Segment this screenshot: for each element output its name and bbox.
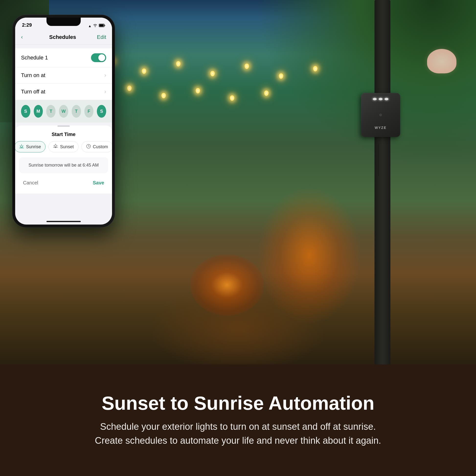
chevron-right-icon: › bbox=[104, 72, 106, 79]
wyze-device: WYZE bbox=[361, 93, 405, 147]
svg-line-6 bbox=[23, 146, 23, 146]
string-light bbox=[230, 95, 234, 101]
custom-option-icon bbox=[86, 144, 91, 150]
save-button[interactable]: Save bbox=[93, 180, 104, 186]
string-light bbox=[176, 61, 181, 67]
sunrise-option-label: Sunrise bbox=[26, 144, 41, 150]
toggle-knob bbox=[98, 54, 105, 61]
fire-glow bbox=[190, 255, 264, 316]
bottom-subtext-line2: Create schedules to automate your life a… bbox=[95, 435, 381, 446]
chevron-right-icon: › bbox=[104, 88, 106, 95]
phone-outer: 2:29 ▲ bbox=[12, 15, 115, 227]
sunrise-info: Sunrise tomorrow will be at 6:45 AM bbox=[19, 157, 108, 173]
turn-off-label: Turn off at bbox=[21, 88, 45, 95]
svg-rect-1 bbox=[99, 24, 104, 27]
pole bbox=[374, 0, 391, 364]
day-wednesday[interactable]: W bbox=[59, 105, 68, 118]
sunset-option-icon bbox=[53, 144, 58, 150]
toggle-switch[interactable] bbox=[91, 53, 106, 62]
cancel-button[interactable]: Cancel bbox=[23, 180, 38, 186]
phone-screen: 2:29 ▲ bbox=[15, 17, 112, 224]
wyze-led bbox=[385, 98, 389, 100]
status-time: 2:29 bbox=[22, 22, 32, 28]
photo-section: WYZE 2:29 ▲ bbox=[0, 0, 476, 364]
time-option-custom[interactable]: Custom bbox=[82, 141, 112, 153]
battery-icon bbox=[99, 24, 105, 28]
bottom-section: Sunset to Sunrise Automation Schedule yo… bbox=[0, 364, 476, 476]
wyze-leds bbox=[373, 98, 389, 100]
custom-option-label: Custom bbox=[93, 144, 108, 150]
sunrise-option-icon bbox=[19, 144, 24, 150]
svg-rect-2 bbox=[104, 25, 105, 26]
home-indicator bbox=[47, 221, 81, 222]
day-saturday[interactable]: S bbox=[97, 105, 106, 118]
days-row: S M T W T F S bbox=[15, 100, 112, 122]
string-light bbox=[142, 68, 146, 74]
bottom-sheet-title: Start Time bbox=[15, 130, 112, 141]
status-icons: ▲ bbox=[88, 24, 105, 28]
sunset-option-label: Sunset bbox=[60, 144, 74, 150]
string-light bbox=[279, 73, 283, 79]
nav-title: Schedules bbox=[28, 34, 97, 40]
string-light bbox=[127, 85, 132, 91]
wyze-cord bbox=[378, 144, 380, 176]
string-light bbox=[245, 64, 249, 69]
time-option-sunrise[interactable]: Sunrise bbox=[15, 141, 46, 153]
time-option-sunset[interactable]: Sunset bbox=[49, 141, 78, 153]
sunrise-info-text: Sunrise tomorrow will be at 6:45 AM bbox=[28, 163, 99, 168]
day-monday[interactable]: M bbox=[34, 105, 43, 118]
nav-edit-button[interactable]: Edit bbox=[97, 34, 106, 40]
string-light bbox=[196, 88, 200, 93]
turn-on-label: Turn on at bbox=[21, 72, 45, 79]
bottom-headline: Sunset to Sunrise Automation bbox=[102, 393, 374, 414]
day-sunday[interactable]: S bbox=[21, 105, 30, 118]
wyze-led bbox=[373, 98, 377, 100]
flower-decoration bbox=[427, 49, 457, 73]
string-light bbox=[161, 93, 166, 98]
bottom-sheet: Start Time bbox=[15, 125, 112, 193]
schedule-row: Schedule 1 bbox=[15, 49, 112, 67]
svg-point-8 bbox=[54, 145, 56, 147]
bottom-subtext-line1: Schedule your exterior lights to turn on… bbox=[100, 422, 376, 432]
turn-off-row[interactable]: Turn off at › bbox=[15, 84, 112, 100]
phone-wrapper: 2:29 ▲ bbox=[12, 15, 115, 227]
day-thursday[interactable]: T bbox=[72, 105, 81, 118]
string-light bbox=[210, 71, 215, 76]
nav-back-button[interactable]: ‹ bbox=[21, 34, 28, 40]
turn-on-row[interactable]: Turn on at › bbox=[15, 67, 112, 84]
nav-bar: ‹ Schedules Edit bbox=[15, 30, 112, 45]
bottom-sheet-handle bbox=[57, 125, 70, 127]
day-tuesday[interactable]: T bbox=[46, 105, 55, 118]
wifi-icon bbox=[93, 24, 97, 28]
schedule-label: Schedule 1 bbox=[21, 54, 48, 61]
wyze-brand-label: WYZE bbox=[375, 126, 387, 130]
wyze-led bbox=[379, 98, 383, 100]
signal-icon: ▲ bbox=[88, 24, 91, 28]
day-friday[interactable]: F bbox=[85, 105, 94, 118]
svg-line-5 bbox=[20, 146, 20, 146]
bottom-actions: Cancel Save bbox=[15, 173, 112, 193]
wyze-dot bbox=[379, 114, 382, 116]
bottom-subtext: Schedule your exterior lights to turn on… bbox=[95, 420, 381, 448]
string-light bbox=[264, 90, 269, 96]
main-container: WYZE 2:29 ▲ bbox=[0, 0, 476, 476]
string-light bbox=[313, 66, 318, 71]
phone-notch bbox=[47, 17, 81, 26]
schedule-content: Schedule 1 Turn on at › Turn of bbox=[15, 49, 112, 122]
wyze-body: WYZE bbox=[361, 93, 400, 137]
time-options: Sunrise bbox=[15, 141, 112, 157]
